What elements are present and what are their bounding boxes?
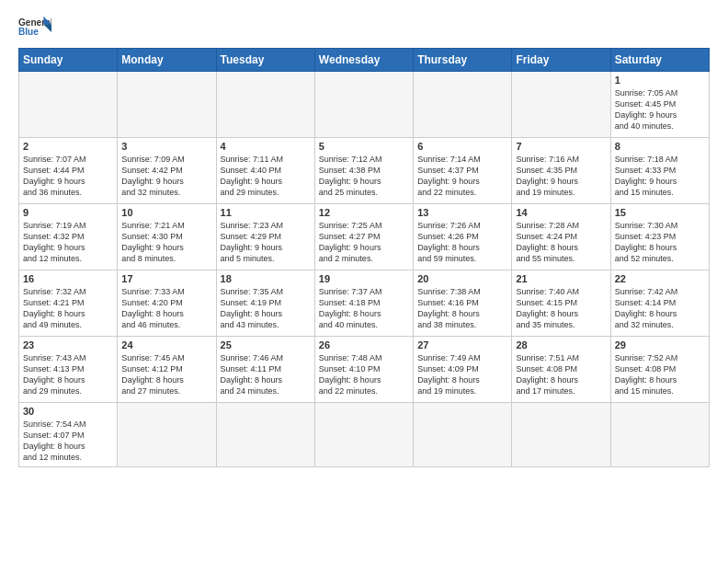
calendar-cell: 8Sunrise: 7:18 AM Sunset: 4:33 PM Daylig… — [610, 138, 709, 204]
day-number: 18 — [221, 273, 311, 284]
calendar-cell: 11Sunrise: 7:23 AM Sunset: 4:29 PM Dayli… — [216, 204, 314, 270]
calendar-cell: 24Sunrise: 7:45 AM Sunset: 4:12 PM Dayli… — [118, 337, 216, 403]
day-number: 26 — [319, 339, 409, 350]
day-number: 20 — [417, 273, 507, 284]
day-number: 4 — [221, 141, 311, 152]
calendar-cell: 15Sunrise: 7:30 AM Sunset: 4:23 PM Dayli… — [610, 204, 709, 270]
calendar-cell: 26Sunrise: 7:48 AM Sunset: 4:10 PM Dayli… — [314, 337, 413, 403]
day-number: 6 — [417, 141, 507, 152]
day-info: Sunrise: 7:12 AM Sunset: 4:38 PM Dayligh… — [319, 154, 409, 199]
day-info: Sunrise: 7:30 AM Sunset: 4:23 PM Dayligh… — [615, 220, 705, 265]
day-info: Sunrise: 7:09 AM Sunset: 4:42 PM Dayligh… — [121, 154, 211, 199]
calendar-cell: 14Sunrise: 7:28 AM Sunset: 4:24 PM Dayli… — [512, 204, 610, 270]
calendar-cell — [19, 72, 118, 138]
calendar-week-row: 2Sunrise: 7:07 AM Sunset: 4:44 PM Daylig… — [19, 138, 710, 204]
calendar-cell — [314, 72, 413, 138]
calendar-cell: 2Sunrise: 7:07 AM Sunset: 4:44 PM Daylig… — [19, 138, 118, 204]
day-info: Sunrise: 7:07 AM Sunset: 4:44 PM Dayligh… — [23, 154, 113, 199]
calendar-cell: 22Sunrise: 7:42 AM Sunset: 4:14 PM Dayli… — [610, 270, 709, 337]
calendar-cell — [314, 403, 413, 467]
calendar-cell: 9Sunrise: 7:19 AM Sunset: 4:32 PM Daylig… — [19, 204, 118, 270]
day-info: Sunrise: 7:16 AM Sunset: 4:35 PM Dayligh… — [516, 154, 606, 199]
day-number: 24 — [121, 339, 211, 350]
calendar-cell: 19Sunrise: 7:37 AM Sunset: 4:18 PM Dayli… — [314, 270, 413, 337]
day-number: 27 — [417, 339, 507, 350]
day-number: 22 — [615, 273, 705, 284]
calendar-cell: 21Sunrise: 7:40 AM Sunset: 4:15 PM Dayli… — [512, 270, 610, 337]
day-number: 28 — [516, 339, 606, 350]
day-info: Sunrise: 7:11 AM Sunset: 4:40 PM Dayligh… — [221, 154, 311, 199]
calendar-cell: 5Sunrise: 7:12 AM Sunset: 4:38 PM Daylig… — [314, 138, 413, 204]
day-number: 29 — [615, 339, 705, 350]
day-info: Sunrise: 7:32 AM Sunset: 4:21 PM Dayligh… — [23, 286, 113, 331]
day-info: Sunrise: 7:33 AM Sunset: 4:20 PM Dayligh… — [121, 286, 211, 331]
day-info: Sunrise: 7:51 AM Sunset: 4:08 PM Dayligh… — [516, 352, 606, 397]
calendar-week-row: 16Sunrise: 7:32 AM Sunset: 4:21 PM Dayli… — [19, 270, 710, 337]
day-info: Sunrise: 7:45 AM Sunset: 4:12 PM Dayligh… — [121, 352, 211, 397]
day-number: 16 — [23, 273, 113, 284]
calendar-cell: 25Sunrise: 7:46 AM Sunset: 4:11 PM Dayli… — [216, 337, 314, 403]
day-info: Sunrise: 7:26 AM Sunset: 4:26 PM Dayligh… — [417, 220, 507, 265]
day-info: Sunrise: 7:54 AM Sunset: 4:07 PM Dayligh… — [23, 419, 113, 464]
day-info: Sunrise: 7:18 AM Sunset: 4:33 PM Dayligh… — [615, 154, 705, 199]
day-number: 13 — [417, 207, 507, 218]
calendar-cell — [118, 403, 216, 467]
calendar-week-row: 30Sunrise: 7:54 AM Sunset: 4:07 PM Dayli… — [19, 403, 710, 467]
header: General Blue — [18, 15, 710, 40]
day-info: Sunrise: 7:38 AM Sunset: 4:16 PM Dayligh… — [417, 286, 507, 331]
day-info: Sunrise: 7:42 AM Sunset: 4:14 PM Dayligh… — [615, 286, 705, 331]
svg-marker-3 — [43, 24, 51, 32]
day-number: 7 — [516, 141, 606, 152]
day-number: 19 — [319, 273, 409, 284]
generalblue-logo-icon: General Blue — [18, 15, 51, 40]
calendar-table: SundayMondayTuesdayWednesdayThursdayFrid… — [18, 48, 710, 467]
day-info: Sunrise: 7:48 AM Sunset: 4:10 PM Dayligh… — [319, 352, 409, 397]
calendar-cell — [414, 72, 512, 138]
calendar-cell: 27Sunrise: 7:49 AM Sunset: 4:09 PM Dayli… — [414, 337, 512, 403]
day-number: 8 — [615, 141, 705, 152]
calendar-cell: 16Sunrise: 7:32 AM Sunset: 4:21 PM Dayli… — [19, 270, 118, 337]
calendar-cell: 28Sunrise: 7:51 AM Sunset: 4:08 PM Dayli… — [512, 337, 610, 403]
day-info: Sunrise: 7:05 AM Sunset: 4:45 PM Dayligh… — [615, 87, 705, 132]
calendar-cell: 13Sunrise: 7:26 AM Sunset: 4:26 PM Dayli… — [414, 204, 512, 270]
day-info: Sunrise: 7:25 AM Sunset: 4:27 PM Dayligh… — [319, 220, 409, 265]
calendar-header-row: SundayMondayTuesdayWednesdayThursdayFrid… — [19, 49, 710, 72]
day-info: Sunrise: 7:49 AM Sunset: 4:09 PM Dayligh… — [417, 352, 507, 397]
day-number: 2 — [23, 141, 113, 152]
col-header-thursday: Thursday — [414, 49, 512, 72]
day-info: Sunrise: 7:35 AM Sunset: 4:19 PM Dayligh… — [221, 286, 311, 331]
day-number: 15 — [615, 207, 705, 218]
day-info: Sunrise: 7:52 AM Sunset: 4:08 PM Dayligh… — [615, 352, 705, 397]
calendar-cell: 20Sunrise: 7:38 AM Sunset: 4:16 PM Dayli… — [414, 270, 512, 337]
col-header-wednesday: Wednesday — [314, 49, 413, 72]
calendar-cell: 17Sunrise: 7:33 AM Sunset: 4:20 PM Dayli… — [118, 270, 216, 337]
calendar-cell: 29Sunrise: 7:52 AM Sunset: 4:08 PM Dayli… — [610, 337, 709, 403]
calendar-cell — [512, 72, 610, 138]
day-number: 21 — [516, 273, 606, 284]
col-header-monday: Monday — [118, 49, 216, 72]
logo: General Blue — [18, 15, 51, 40]
col-header-saturday: Saturday — [610, 49, 709, 72]
calendar-cell: 7Sunrise: 7:16 AM Sunset: 4:35 PM Daylig… — [512, 138, 610, 204]
day-info: Sunrise: 7:21 AM Sunset: 4:30 PM Dayligh… — [121, 220, 211, 265]
svg-text:Blue: Blue — [18, 27, 39, 37]
col-header-sunday: Sunday — [19, 49, 118, 72]
day-number: 5 — [319, 141, 409, 152]
day-number: 23 — [23, 339, 113, 350]
calendar-cell: 6Sunrise: 7:14 AM Sunset: 4:37 PM Daylig… — [414, 138, 512, 204]
day-number: 14 — [516, 207, 606, 218]
day-number: 9 — [23, 207, 113, 218]
calendar-cell — [118, 72, 216, 138]
col-header-friday: Friday — [512, 49, 610, 72]
calendar-cell: 12Sunrise: 7:25 AM Sunset: 4:27 PM Dayli… — [314, 204, 413, 270]
day-info: Sunrise: 7:23 AM Sunset: 4:29 PM Dayligh… — [221, 220, 311, 265]
day-info: Sunrise: 7:37 AM Sunset: 4:18 PM Dayligh… — [319, 286, 409, 331]
day-info: Sunrise: 7:43 AM Sunset: 4:13 PM Dayligh… — [23, 352, 113, 397]
calendar-cell — [512, 403, 610, 467]
calendar-cell: 3Sunrise: 7:09 AM Sunset: 4:42 PM Daylig… — [118, 138, 216, 204]
day-info: Sunrise: 7:46 AM Sunset: 4:11 PM Dayligh… — [221, 352, 311, 397]
day-info: Sunrise: 7:28 AM Sunset: 4:24 PM Dayligh… — [516, 220, 606, 265]
calendar-cell — [216, 72, 314, 138]
day-number: 25 — [221, 339, 311, 350]
day-info: Sunrise: 7:40 AM Sunset: 4:15 PM Dayligh… — [516, 286, 606, 331]
